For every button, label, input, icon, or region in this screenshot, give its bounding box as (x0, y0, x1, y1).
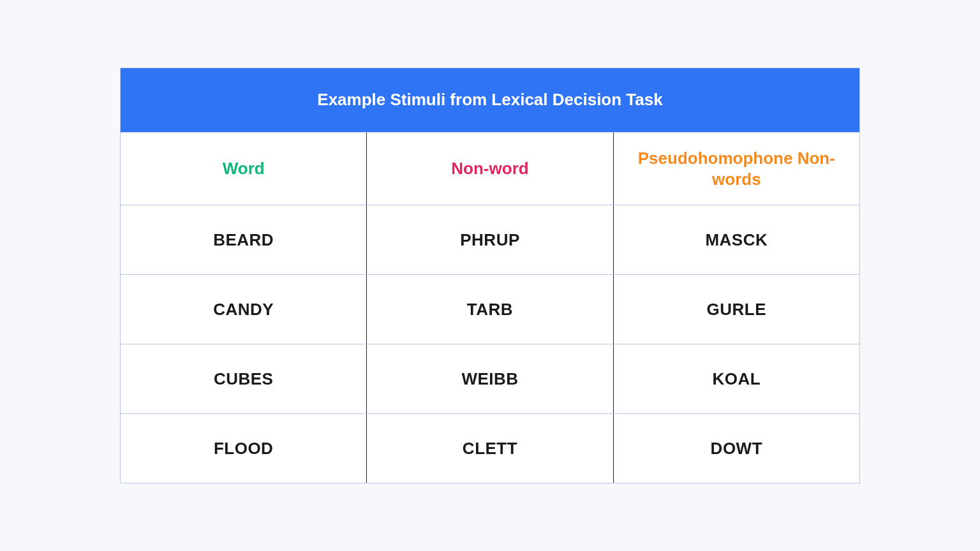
column-header-word: Word (121, 133, 367, 205)
column-header-nonword: Non-word (367, 133, 613, 205)
cell-pseudo: DOWT (614, 414, 859, 483)
column-header-pseudo: Pseudohomophone Non-words (614, 133, 859, 205)
table-row: CANDY TARB GURLE (121, 274, 859, 344)
cell-nonword: CLETT (367, 414, 613, 483)
cell-nonword: PHRUP (367, 205, 613, 274)
table-header-row: Word Non-word Pseudohomophone Non-words (121, 132, 859, 205)
cell-word: CANDY (121, 275, 367, 344)
cell-nonword: TARB (367, 275, 613, 344)
cell-nonword: WEIBB (367, 344, 613, 413)
table-row: FLOOD CLETT DOWT (121, 413, 859, 483)
table-title: Example Stimuli from Lexical Decision Ta… (121, 68, 859, 132)
cell-pseudo: MASCK (614, 205, 859, 274)
cell-word: FLOOD (121, 414, 367, 483)
table-row: BEARD PHRUP MASCK (121, 205, 859, 274)
cell-pseudo: KOAL (614, 344, 859, 413)
table-row: CUBES WEIBB KOAL (121, 344, 859, 413)
stimuli-table: Example Stimuli from Lexical Decision Ta… (120, 68, 860, 483)
cell-word: CUBES (121, 344, 367, 413)
cell-pseudo: GURLE (614, 275, 859, 344)
cell-word: BEARD (121, 205, 367, 274)
